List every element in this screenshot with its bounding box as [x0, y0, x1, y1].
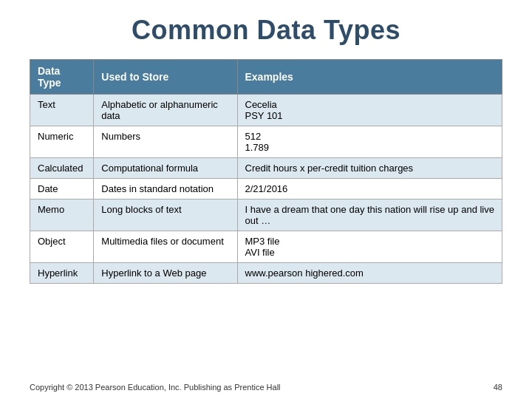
col-header-examples: Examples — [237, 60, 502, 95]
table-row: HyperlinkHyperlink to a Web pagewww.pear… — [30, 263, 502, 284]
table-row: DateDates in standard notation2/21/2016 — [30, 179, 502, 200]
cell-data-type: Numeric — [30, 126, 94, 158]
cell-used-to-store: Numbers — [94, 126, 237, 158]
page-title: Common Data Types — [30, 15, 502, 46]
cell-examples: CeceliaPSY 101 — [237, 95, 502, 126]
footer: Copyright © 2013 Pearson Education, Inc.… — [30, 383, 502, 392]
cell-data-type: Text — [30, 95, 94, 126]
table-row: MemoLong blocks of textI have a dream th… — [30, 200, 502, 231]
table-row: NumericNumbers5121.789 — [30, 126, 502, 158]
cell-examples: MP3 fileAVI file — [237, 231, 502, 263]
cell-data-type: Date — [30, 179, 94, 200]
data-types-table: Data Type Used to Store Examples TextAlp… — [30, 59, 502, 284]
col-header-used-to-store: Used to Store — [94, 60, 237, 95]
cell-data-type: Calculated — [30, 158, 94, 179]
cell-used-to-store: Long blocks of text — [94, 200, 237, 231]
table-row: TextAlphabetic or alphanumeric dataCecel… — [30, 95, 502, 126]
table-body: TextAlphabetic or alphanumeric dataCecel… — [30, 95, 502, 284]
cell-examples: 5121.789 — [237, 126, 502, 158]
cell-examples: Credit hours x per-credit tuition charge… — [237, 158, 502, 179]
col-header-data-type: Data Type — [30, 60, 94, 95]
cell-used-to-store: Hyperlink to a Web page — [94, 263, 237, 284]
header-row: Data Type Used to Store Examples — [30, 60, 502, 95]
page-number: 48 — [494, 383, 502, 392]
table-row: ObjectMultimedia files or documentMP3 fi… — [30, 231, 502, 263]
cell-data-type: Hyperlink — [30, 263, 94, 284]
cell-data-type: Memo — [30, 200, 94, 231]
page: Common Data Types Data Type Used to Stor… — [0, 0, 532, 399]
copyright-text: Copyright © 2013 Pearson Education, Inc.… — [30, 383, 281, 392]
cell-examples: 2/21/2016 — [237, 179, 502, 200]
cell-used-to-store: Computational formula — [94, 158, 237, 179]
table-row: CalculatedComputational formulaCredit ho… — [30, 158, 502, 179]
cell-used-to-store: Multimedia files or document — [94, 231, 237, 263]
table-header: Data Type Used to Store Examples — [30, 60, 502, 95]
cell-used-to-store: Alphabetic or alphanumeric data — [94, 95, 237, 126]
cell-examples: www.pearson highered.com — [237, 263, 502, 284]
cell-examples: I have a dream that one day this nation … — [237, 200, 502, 231]
cell-data-type: Object — [30, 231, 94, 263]
cell-used-to-store: Dates in standard notation — [94, 179, 237, 200]
